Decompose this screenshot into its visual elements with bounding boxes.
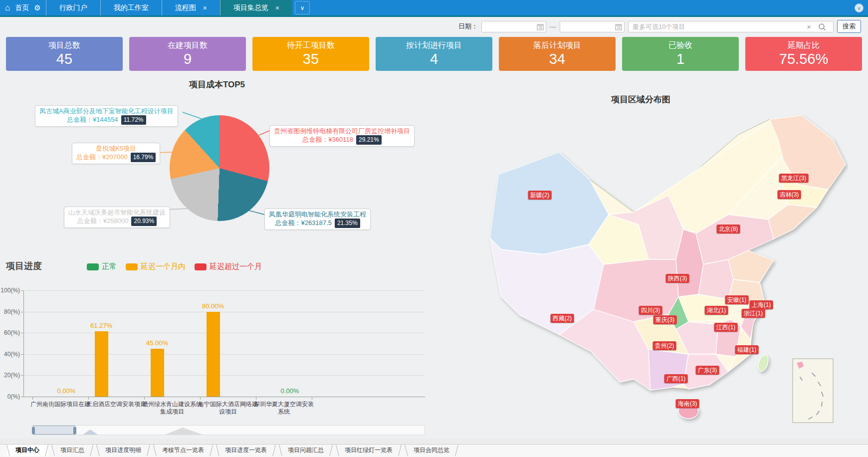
y-axis-tick-label: 100(%) xyxy=(0,287,20,294)
gear-icon[interactable]: ⚙ xyxy=(34,4,40,11)
legend-label: 延迟超过一个月 xyxy=(210,262,262,271)
pie-slice-name: 星悦城K5项目 xyxy=(76,144,156,153)
kpi-value: 1 xyxy=(622,51,739,67)
bar[interactable] xyxy=(207,312,220,397)
china-map[interactable] xyxy=(469,100,848,444)
nav-tab[interactable]: 项目集总览× xyxy=(220,0,292,15)
bar[interactable] xyxy=(95,331,108,397)
pie-slice-name: 山水天域沃美超市智能化系统建设 xyxy=(68,208,166,217)
close-icon[interactable]: × xyxy=(275,4,279,11)
province-badge[interactable]: 北京(8) xyxy=(717,225,740,233)
pie-percent-badge: 11.72% xyxy=(121,115,146,125)
bottom-tab[interactable]: 项目进度一览表 xyxy=(216,445,276,456)
province-badge[interactable]: 福建(1) xyxy=(735,345,759,354)
pie-label-box: 凤凰华庭弱电智能化系统安装工程 总金额：¥263187.521.35% xyxy=(264,209,371,230)
pie-chart-title: 项目成本TOP5 xyxy=(0,79,434,90)
kpi-card: 待开工项目数35 xyxy=(252,37,369,71)
x-axis-category-label: 南宁国际大酒店网络建设项目 xyxy=(197,401,259,416)
pie-label-box: 山水天域沃美超市智能化系统建设 总金额：¥25800020.93% xyxy=(64,207,170,228)
date-to-input[interactable] xyxy=(560,21,624,32)
province-badge[interactable]: 广西(1) xyxy=(664,374,688,383)
province-badge[interactable]: 西藏(2) xyxy=(551,314,574,323)
kpi-value: 35 xyxy=(252,51,369,67)
province-badge[interactable]: 新疆(2) xyxy=(528,191,552,200)
y-tick-mark xyxy=(21,375,23,376)
legend-label: 正常 xyxy=(102,262,117,271)
pie-percent-badge: 16.79% xyxy=(131,153,156,162)
x-axis-tick xyxy=(144,397,145,400)
pie-chart[interactable] xyxy=(170,115,269,221)
province-badge[interactable]: 贵州(2) xyxy=(653,341,676,350)
province-badge[interactable]: 浙江(1) xyxy=(742,309,765,318)
nav-tab[interactable]: 行政门户 xyxy=(46,0,100,15)
bottom-tab[interactable]: 项目中心 xyxy=(6,445,48,456)
bottom-tab[interactable]: 项目红绿灯一览表 xyxy=(336,445,402,456)
legend-label: 延迟一个月内 xyxy=(141,262,186,271)
datazoom-handle-left[interactable] xyxy=(32,427,35,434)
filter-row: 日期： — × 搜索 xyxy=(0,18,868,34)
horizontal-scrollbar[interactable] xyxy=(0,439,868,444)
province-badge[interactable]: 江西(1) xyxy=(714,323,738,332)
legend-item[interactable]: 延迟超过一个月 xyxy=(195,262,262,271)
province-badge[interactable]: 湖北(1) xyxy=(705,306,728,315)
datazoom-window[interactable] xyxy=(33,426,75,435)
datazoom-handle-right[interactable] xyxy=(73,427,76,434)
kpi-value: 4 xyxy=(376,51,492,67)
bottom-tab[interactable]: 项目汇总 xyxy=(51,445,93,456)
home-icon[interactable]: ⌂ xyxy=(5,3,10,12)
bottom-tab[interactable]: 考核节点一览表 xyxy=(153,445,213,456)
search-icon[interactable] xyxy=(818,23,826,31)
legend-swatch xyxy=(195,263,207,270)
kpi-row: 项目总数45在建项目数9待开工项目数35按计划进行项目4落后计划项目34已验收1… xyxy=(6,37,862,71)
y-axis-line xyxy=(23,290,24,397)
home-label[interactable]: 首页 xyxy=(15,3,29,12)
date-from-input[interactable] xyxy=(482,21,546,32)
province-badge[interactable]: 安徽(1) xyxy=(725,295,749,304)
datazoom-slider[interactable] xyxy=(32,425,425,435)
y-tick-mark xyxy=(21,290,23,291)
kpi-card: 项目总数45 xyxy=(6,37,123,71)
project-select-input[interactable] xyxy=(629,21,833,32)
province-badge[interactable]: 四川(3) xyxy=(639,306,662,315)
province-badge[interactable]: 黑龙江(3) xyxy=(779,174,809,183)
nav-tab-label: 行政门户 xyxy=(59,3,87,12)
y-tick-mark xyxy=(21,354,23,355)
legend-item[interactable]: 延迟一个月内 xyxy=(126,262,186,271)
nav-home-group: ⌂ 首页 ⚙ xyxy=(0,0,46,15)
kpi-value: 75.56% xyxy=(745,51,862,67)
nav-tab-label: 项目集总览 xyxy=(233,3,268,12)
pie-slice-name: 凤凰华庭弱电智能化系统安装工程 xyxy=(269,210,366,219)
province-badge[interactable]: 上海(1) xyxy=(750,300,773,309)
calendar-icon[interactable] xyxy=(615,23,622,30)
clear-icon[interactable]: × xyxy=(807,22,811,31)
bar-value-label: 45.00% xyxy=(146,339,168,347)
grid-line xyxy=(23,397,425,397)
date-label: 日期： xyxy=(458,22,478,31)
bar-value-label: 80.00% xyxy=(202,302,224,310)
nav-overflow-button[interactable]: ∨ xyxy=(295,1,310,14)
search-button[interactable]: 搜索 xyxy=(837,20,861,33)
nav-tab[interactable]: 流程图× xyxy=(162,0,220,15)
province-badge[interactable]: 陕西(3) xyxy=(666,274,689,283)
bar-value-label: 61.27% xyxy=(90,322,112,329)
bar[interactable] xyxy=(151,349,164,397)
province-badge[interactable]: 海南(3) xyxy=(676,399,699,408)
province-badge[interactable]: 重庆(3) xyxy=(653,315,677,324)
bottom-tab[interactable]: 项目进度明细 xyxy=(96,445,150,456)
pie-percent-badge: 29.21% xyxy=(356,135,382,145)
close-icon[interactable]: × xyxy=(203,4,207,11)
province-badge[interactable]: 吉林(3) xyxy=(778,190,801,199)
nav-tab[interactable]: 我的工作室 xyxy=(100,0,162,15)
legend-swatch xyxy=(126,263,138,270)
province-badge[interactable]: 广东(3) xyxy=(696,366,719,375)
y-axis-tick-label: 60(%) xyxy=(0,329,20,336)
x-axis-tick xyxy=(256,397,256,400)
bottom-tab[interactable]: 项目问题汇总 xyxy=(279,445,333,456)
nav-tabs: 行政门户我的工作室流程图×项目集总览× xyxy=(46,0,292,15)
collapse-circle-icon[interactable]: ∨ xyxy=(855,3,864,12)
bottom-tab[interactable]: 项目合同总览 xyxy=(405,445,458,456)
kpi-card: 已验收1 xyxy=(622,37,739,71)
grid-line xyxy=(23,290,425,291)
calendar-icon[interactable] xyxy=(537,23,544,30)
legend-item[interactable]: 正常 xyxy=(87,262,117,271)
